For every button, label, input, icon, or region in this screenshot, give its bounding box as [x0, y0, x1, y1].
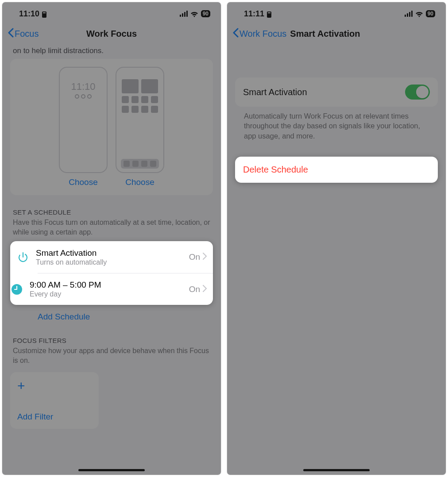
plus-icon: +: [17, 379, 92, 392]
lock-icon: [42, 11, 46, 17]
chevron-right-icon: [203, 285, 207, 294]
toggle-label: Smart Activation: [243, 87, 307, 97]
status-bar: 11:11 90: [227, 2, 446, 23]
back-button[interactable]: Focus: [8, 28, 39, 40]
smart-activation-desc: Automatically turn Work Focus on at rele…: [235, 107, 438, 141]
row-title: 9:00 AM – 5:00 PM: [30, 280, 183, 290]
nav-bar: Work Focus Smart Activation: [227, 23, 446, 46]
screenshot-left: 11:10 90 Focus Work Focus on to help lim…: [2, 2, 221, 475]
home-indicator[interactable]: [78, 469, 145, 471]
screenshot-right: 11:11 90 Work Focus Smart Activation Sma…: [227, 2, 446, 475]
screen-preview-card: 11:10 Choose Choose: [10, 59, 213, 195]
dim-overlay: [227, 2, 446, 475]
power-icon: [16, 250, 30, 264]
wifi-icon: [415, 11, 423, 17]
mock-time: 11:10: [71, 81, 95, 92]
back-label: Work Focus: [239, 29, 286, 39]
row-subtitle: Turns on automatically: [36, 258, 183, 266]
mock-dock-icon: [121, 159, 159, 169]
add-filter-card[interactable]: + Add Filter: [10, 372, 99, 429]
svg-rect-1: [43, 12, 46, 13]
schedule-row-smart-activation[interactable]: Smart Activation Turns on automatically …: [10, 241, 213, 273]
status-bar: 11:10 90: [2, 2, 221, 23]
smart-activation-card: Smart Activation: [235, 77, 438, 107]
delete-schedule-button[interactable]: Delete Schedule: [235, 157, 438, 183]
status-time: 11:10: [19, 9, 39, 19]
cellular-icon: [405, 11, 413, 17]
status-time: 11:11: [244, 9, 264, 19]
filters-header: FOCUS FILTERS: [13, 337, 210, 344]
cellular-icon: [180, 11, 188, 17]
home-screen-preview[interactable]: [116, 67, 164, 173]
lock-screen-preview[interactable]: 11:10: [59, 67, 108, 173]
schedule-row-time[interactable]: 9:00 AM – 5:00 PM Every day On: [38, 273, 213, 305]
nav-bar: Focus Work Focus: [2, 23, 221, 46]
row-status: On: [189, 285, 200, 294]
row-status: On: [189, 252, 200, 262]
clock-icon: [10, 283, 23, 296]
add-filter-label: Add Filter: [17, 412, 92, 422]
schedule-desc: Have this Focus turn on automatically at…: [10, 218, 213, 241]
lock-icon: [267, 11, 271, 17]
home-indicator[interactable]: [303, 469, 370, 471]
choose-home-screen-button[interactable]: Choose: [125, 177, 154, 187]
battery-icon: 90: [426, 10, 435, 17]
delete-schedule-label: Delete Schedule: [243, 165, 430, 175]
filters-desc: Customize how your apps and device behav…: [10, 346, 213, 369]
back-label: Focus: [15, 29, 39, 39]
chevron-right-icon: [203, 252, 207, 262]
nav-title: Smart Activation: [290, 29, 360, 39]
schedule-list: Smart Activation Turns on automatically …: [10, 241, 213, 305]
row-title: Smart Activation: [36, 248, 183, 258]
intro-text-tail: on to help limit distractions.: [10, 46, 213, 59]
row-subtitle: Every day: [30, 290, 183, 298]
chevron-left-icon: [8, 28, 14, 40]
wifi-icon: [190, 11, 198, 17]
choose-lock-screen-button[interactable]: Choose: [69, 177, 98, 187]
back-button[interactable]: Work Focus: [232, 28, 286, 40]
smart-activation-toggle[interactable]: [405, 85, 430, 100]
battery-icon: 90: [201, 10, 210, 17]
schedule-header: SET A SCHEDULE: [13, 208, 210, 216]
mock-widgets-icon: [75, 94, 92, 99]
chevron-left-icon: [232, 28, 239, 40]
add-schedule-button[interactable]: Add Schedule: [10, 305, 213, 329]
svg-rect-6: [268, 12, 270, 13]
